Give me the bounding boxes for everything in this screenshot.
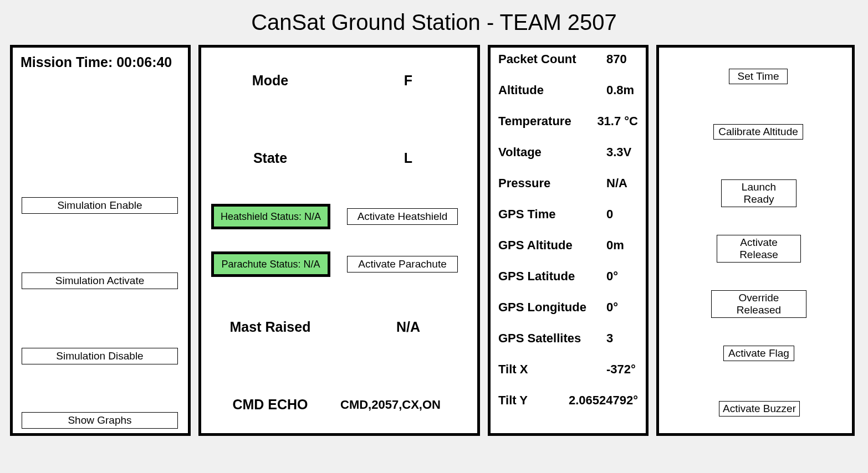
- simulation-activate-button[interactable]: Simulation Activate: [22, 273, 178, 289]
- mode-label: Mode: [201, 73, 339, 89]
- gps-time-value: 0: [606, 207, 613, 222]
- gps-time-label: GPS Time: [498, 207, 606, 222]
- tilt-y-label: Tilt Y: [498, 393, 569, 408]
- override-released-button[interactable]: Override Released: [711, 290, 806, 318]
- tilt-x-label: Tilt X: [498, 362, 606, 377]
- telemetry-pressure: Pressure N/A: [498, 176, 638, 191]
- temperature-value: 31.7 °C: [597, 114, 638, 128]
- gps-altitude-label: GPS Altitude: [498, 238, 606, 253]
- cmd-echo-value: CMD,2057,CX,ON: [339, 398, 477, 412]
- tilt-y-value: 2.06524792°: [569, 393, 638, 408]
- heatshield-row: Heatshield Status: N/A Activate Heatshie…: [201, 204, 477, 229]
- temperature-label: Temperature: [498, 114, 597, 128]
- activate-buzzer-button[interactable]: Activate Buzzer: [719, 401, 800, 417]
- app-root: CanSat Ground Station - TEAM 2507 Missio…: [0, 0, 868, 447]
- altitude-label: Altitude: [498, 83, 606, 97]
- simulation-disable-button[interactable]: Simulation Disable: [22, 348, 178, 364]
- mission-time: Mission Time: 00:06:40: [21, 54, 181, 70]
- state-value: L: [339, 150, 477, 166]
- telemetry-packet-count: Packet Count 870: [498, 52, 638, 66]
- activate-parachute-button[interactable]: Activate Parachute: [347, 256, 458, 273]
- packet-count-label: Packet Count: [498, 52, 606, 66]
- mission-time-label: Mission Time:: [21, 54, 113, 70]
- gps-longitude-value: 0°: [606, 300, 618, 315]
- telemetry-gps-time: GPS Time 0: [498, 207, 638, 222]
- telemetry-gps-satellites: GPS Satellites 3: [498, 331, 638, 346]
- telemetry-temperature: Temperature 31.7 °C: [498, 114, 638, 128]
- mast-label: Mast Raised: [201, 319, 339, 335]
- panel-mission-sim: Mission Time: 00:06:40 Simulation Enable…: [10, 45, 191, 436]
- activate-flag-button[interactable]: Activate Flag: [723, 346, 794, 361]
- mast-value: N/A: [339, 319, 477, 335]
- voltage-label: Voltage: [498, 145, 606, 160]
- voltage-value: 3.3V: [606, 145, 631, 160]
- activate-release-button[interactable]: Activate Release: [717, 235, 801, 263]
- cmd-echo-label: CMD ECHO: [201, 397, 339, 413]
- tilt-x-value: -372°: [606, 362, 636, 377]
- parachute-status-badge: Parachute Status: N/A: [211, 251, 330, 277]
- panel-telemetry: Packet Count 870 Altitude 0.8m Temperatu…: [488, 45, 649, 436]
- panel-controls: Set Time Calibrate Altitude Launch Ready…: [656, 45, 855, 436]
- state-label: State: [201, 150, 339, 166]
- telemetry-tilt-y: Tilt Y 2.06524792°: [498, 393, 638, 408]
- gps-satellites-value: 3: [606, 331, 613, 346]
- altitude-value: 0.8m: [606, 83, 634, 97]
- packet-count-value: 870: [606, 52, 627, 66]
- telemetry-tilt-x: Tilt X -372°: [498, 362, 638, 377]
- pressure-label: Pressure: [498, 176, 606, 191]
- heatshield-status-badge: Heatshield Status: N/A: [211, 204, 330, 229]
- gps-latitude-value: 0°: [606, 269, 618, 284]
- telemetry-gps-altitude: GPS Altitude 0m: [498, 238, 638, 253]
- columns: Mission Time: 00:06:40 Simulation Enable…: [10, 45, 858, 436]
- state-row: State L: [201, 150, 477, 166]
- calibrate-altitude-button[interactable]: Calibrate Altitude: [713, 124, 803, 140]
- mast-row: Mast Raised N/A: [201, 319, 477, 335]
- gps-satellites-label: GPS Satellites: [498, 331, 606, 346]
- telemetry-gps-latitude: GPS Latitude 0°: [498, 269, 638, 284]
- mission-time-value: 00:06:40: [116, 54, 172, 70]
- telemetry-gps-longitude: GPS Longitude 0°: [498, 300, 638, 315]
- parachute-row: Parachute Status: N/A Activate Parachute: [201, 251, 477, 277]
- mode-value: F: [339, 73, 477, 89]
- activate-heatshield-button[interactable]: Activate Heatshield: [347, 208, 458, 225]
- gps-altitude-value: 0m: [606, 238, 624, 253]
- show-graphs-button[interactable]: Show Graphs: [22, 412, 178, 429]
- gps-longitude-label: GPS Longitude: [498, 300, 606, 315]
- set-time-button[interactable]: Set Time: [729, 69, 788, 84]
- simulation-enable-button[interactable]: Simulation Enable: [22, 197, 178, 214]
- mode-row: Mode F: [201, 73, 477, 89]
- page-title: CanSat Ground Station - TEAM 2507: [10, 10, 858, 35]
- pressure-value: N/A: [606, 176, 627, 191]
- cmd-echo-row: CMD ECHO CMD,2057,CX,ON: [201, 397, 477, 413]
- telemetry-altitude: Altitude 0.8m: [498, 83, 638, 97]
- launch-ready-button[interactable]: Launch Ready: [721, 179, 796, 207]
- gps-latitude-label: GPS Latitude: [498, 269, 606, 284]
- telemetry-voltage: Voltage 3.3V: [498, 145, 638, 160]
- panel-status: Mode F State L Heatshield Status: N/A Ac…: [198, 45, 480, 436]
